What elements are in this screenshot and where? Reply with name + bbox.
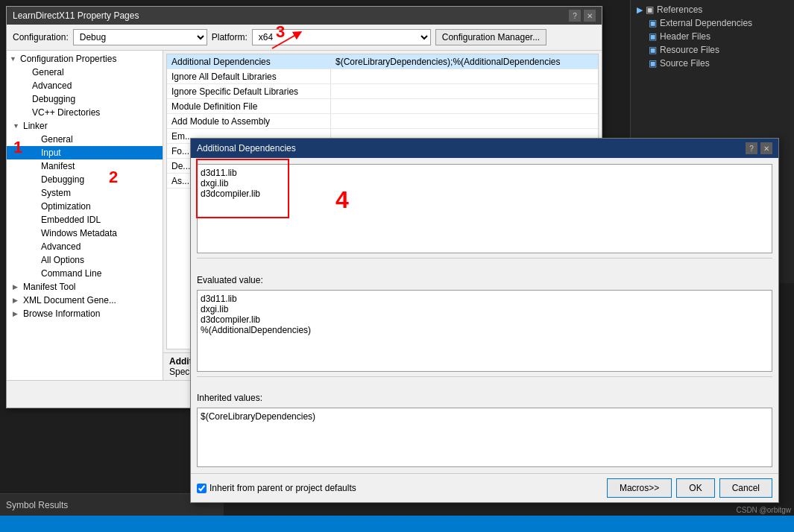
tree-item-linker[interactable]: ▼ Linker bbox=[7, 119, 163, 133]
horizontal-scrollbar[interactable] bbox=[197, 258, 772, 267]
deps-input-area[interactable]: d3d11.lib dxgi.lib d3dcompiler.lib bbox=[197, 164, 772, 253]
config-bar: Configuration: Debug Platform: x64 Confi… bbox=[7, 25, 602, 51]
tree-item-linker-embeddedidl[interactable]: Embedded IDL bbox=[7, 213, 163, 227]
prop-row-ignore-specific[interactable]: Ignore Specific Default Libraries bbox=[167, 84, 598, 99]
inherit-checkbox-label[interactable]: Inherit from parent or project defaults bbox=[197, 483, 356, 493]
se-item-references[interactable]: ▶ ▣ References bbox=[631, 3, 794, 16]
deps-input-container: d3d11.lib dxgi.lib d3dcompiler.lib bbox=[197, 164, 772, 253]
config-manager-button[interactable]: Configuration Manager... bbox=[435, 29, 546, 45]
prop-row-ignore-all[interactable]: Ignore All Default Libraries bbox=[167, 69, 598, 84]
tree-item-xml-doc[interactable]: ▶ XML Document Gene... bbox=[7, 294, 163, 307]
platform-label: Platform: bbox=[212, 32, 248, 42]
title-bar-buttons: ? ✕ bbox=[569, 10, 596, 22]
prop-row-add-module[interactable]: Add Module to Assembly bbox=[167, 114, 598, 129]
config-label: Configuration: bbox=[13, 32, 69, 42]
tree-item-manifest-tool[interactable]: ▶ Manifest Tool bbox=[7, 280, 163, 294]
property-dialog-title: LearnDirectX11 Property Pages bbox=[13, 10, 139, 21]
expand-icon: ▶ bbox=[637, 5, 643, 15]
modal-footer-buttons: Macros>> OK Cancel bbox=[607, 478, 772, 498]
tree-item-general-top[interactable]: General bbox=[7, 66, 163, 79]
inherited-line-1: $(CoreLibraryDependencies) bbox=[201, 411, 769, 422]
modal-footer: Inherit from parent or project defaults … bbox=[191, 473, 778, 502]
modal-body: d3d11.lib dxgi.lib d3dcompiler.lib Evalu… bbox=[191, 158, 778, 473]
inherit-label-text: Inherit from parent or project defaults bbox=[209, 483, 356, 493]
property-dialog-titlebar: LearnDirectX11 Property Pages ? ✕ bbox=[7, 7, 602, 25]
tree-item-advanced-top[interactable]: Advanced bbox=[7, 79, 163, 92]
se-item-source-files[interactable]: ▣ Source Files bbox=[631, 57, 794, 70]
tree-item-linker-debugging[interactable]: Debugging bbox=[7, 173, 163, 186]
modal-help-button[interactable]: ? bbox=[746, 142, 757, 154]
eval-line-1: d3d11.lib bbox=[201, 294, 769, 304]
inherited-label: Inherited values: bbox=[197, 393, 772, 403]
evaluated-area: d3d11.lib dxgi.lib d3dcompiler.lib %(Add… bbox=[197, 290, 772, 372]
tree-item-browse-info[interactable]: ▶ Browse Information bbox=[7, 307, 163, 320]
prop-row-additional-deps[interactable]: Additional Dependencies $(CoreLibraryDep… bbox=[167, 54, 598, 69]
modal-close-button[interactable]: ✕ bbox=[760, 142, 772, 154]
tree-root-label: Configuration Properties bbox=[20, 54, 116, 64]
tree-item-linker-advanced[interactable]: Advanced bbox=[7, 240, 163, 253]
watermark: CSDN @orbitgw bbox=[736, 506, 791, 514]
tree-item-linker-alloptions[interactable]: All Options bbox=[7, 253, 163, 267]
tree-item-linker-manifest[interactable]: Manifest bbox=[7, 159, 163, 173]
macros-button[interactable]: Macros>> bbox=[607, 478, 672, 498]
tree-item-vcdirs[interactable]: VC++ Directories bbox=[7, 106, 163, 119]
eval-container: d3d11.lib dxgi.lib d3dcompiler.lib %(Add… bbox=[197, 290, 772, 372]
close-button[interactable]: ✕ bbox=[584, 10, 596, 22]
dep-line-1: d3d11.lib bbox=[201, 168, 769, 178]
tree-item-linker-input[interactable]: Input bbox=[7, 146, 163, 159]
tree-root[interactable]: ▼ Configuration Properties bbox=[7, 52, 163, 66]
evaluated-label: Evaluated value: bbox=[197, 275, 772, 285]
modal-title-buttons: ? ✕ bbox=[746, 142, 772, 154]
root-expander: ▼ bbox=[10, 55, 20, 63]
modal-cancel-button[interactable]: Cancel bbox=[719, 478, 772, 498]
status-bar bbox=[0, 516, 794, 532]
prop-row-module-def[interactable]: Module Definition File bbox=[167, 99, 598, 114]
eval-line-4: %(AdditionalDependencies) bbox=[201, 325, 769, 335]
tree-item-debugging-top[interactable]: Debugging bbox=[7, 92, 163, 106]
config-select[interactable]: Debug bbox=[73, 29, 207, 45]
inherit-checkbox[interactable] bbox=[197, 484, 207, 493]
se-item-ext-deps[interactable]: ▣ External Dependencies bbox=[631, 16, 794, 30]
tree-panel: ▼ Configuration Properties General Advan… bbox=[7, 51, 163, 380]
eval-line-2: dxgi.lib bbox=[201, 304, 769, 314]
tree-item-linker-winmeta[interactable]: Windows Metadata bbox=[7, 227, 163, 240]
eval-scrollbar-h[interactable] bbox=[197, 376, 772, 386]
platform-select[interactable]: x64 bbox=[252, 29, 431, 45]
dep-line-2: dxgi.lib bbox=[201, 178, 769, 189]
help-button[interactable]: ? bbox=[569, 10, 581, 22]
se-item-resource-files[interactable]: ▣ Resource Files bbox=[631, 43, 794, 57]
eval-line-3: d3dcompiler.lib bbox=[201, 314, 769, 325]
tree-item-linker-system[interactable]: System bbox=[7, 186, 163, 200]
se-item-header-files[interactable]: ▣ Header Files bbox=[631, 30, 794, 43]
modal-ok-button[interactable]: OK bbox=[676, 478, 714, 498]
inherited-area: $(CoreLibraryDependencies) bbox=[197, 408, 772, 467]
additional-deps-modal: Additional Dependencies ? ✕ d3d11.lib dx… bbox=[190, 138, 779, 503]
tree-item-linker-cmdline[interactable]: Command Line bbox=[7, 267, 163, 280]
tree-item-linker-general[interactable]: General bbox=[7, 133, 163, 146]
tree-item-linker-optimization[interactable]: Optimization bbox=[7, 200, 163, 213]
dep-line-3: d3dcompiler.lib bbox=[201, 189, 769, 199]
modal-title-bar: Additional Dependencies ? ✕ bbox=[191, 139, 778, 158]
modal-title: Additional Dependencies bbox=[197, 143, 296, 153]
